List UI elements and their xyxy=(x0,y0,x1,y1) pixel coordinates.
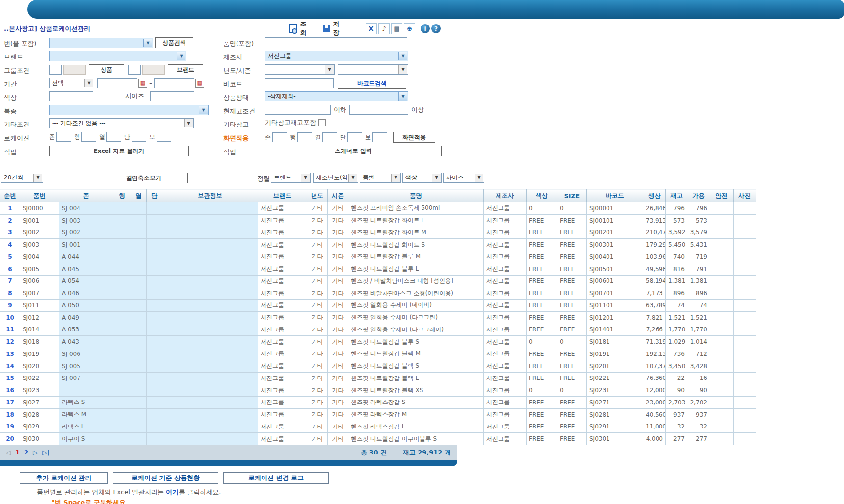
globe-icon[interactable]: ⊕ xyxy=(404,23,415,34)
brand-select[interactable]: ▼ xyxy=(49,51,186,61)
group-product-code-input[interactable] xyxy=(49,65,62,75)
calendar-icon[interactable]: ▦ xyxy=(138,79,147,88)
color-input[interactable] xyxy=(49,91,93,101)
column-header-색상[interactable]: 색상 xyxy=(527,189,557,202)
group-product-button[interactable]: 상품 xyxy=(89,64,124,75)
column-header-존[interactable]: 존 xyxy=(59,189,113,202)
page-last-icon[interactable]: ▷| xyxy=(42,449,50,456)
table-row[interactable]: 14SJ020SJ 005서진그룹기타기타헨즈핏 니트릴장갑 블랙 S서진그룹F… xyxy=(0,360,756,372)
product-name-input[interactable] xyxy=(265,37,407,47)
sort-select-2[interactable]: 제조년도(역순▼ xyxy=(313,173,358,183)
help-icon[interactable]: ? xyxy=(431,24,441,33)
table-row[interactable]: 19SJ029라텍스 L서진그룹기타기타헨즈핏 라텍스장갑 L서진그룹FREEF… xyxy=(0,421,756,433)
period-type-select[interactable]: 선택▼ xyxy=(49,78,94,88)
column-header-사진[interactable]: 사진 xyxy=(734,189,756,202)
table-row[interactable]: 17SJ027라텍스 S서진그룹기타기타헨즈핏 라텍스장갑 S서진그룹FREEF… xyxy=(0,397,756,409)
table-row[interactable]: 8SJ007A 046서진그룹기타기타헨즈핏 비말차단마스크 소형(어린이용)서… xyxy=(0,287,756,300)
column-header-순번[interactable]: 순번 xyxy=(0,189,20,202)
column-header-단[interactable]: 단 xyxy=(147,189,162,202)
size-input[interactable] xyxy=(150,91,194,101)
table-row[interactable]: 15SJ022SJ 007서진그룹기타기타헨즈핏 니트릴장갑 블랙 L서진그룹F… xyxy=(0,372,756,384)
product-search-button[interactable]: 상품검색 xyxy=(155,37,193,48)
period-end-input[interactable] xyxy=(154,78,194,88)
table-row[interactable]: 4SJ003SJ 001서진그룹기타기타헨즈핏 니트릴장갑 화이트 S서진그룹F… xyxy=(0,239,756,251)
item-code-select[interactable]: ▼ xyxy=(49,38,153,48)
table-row[interactable]: 18SJ028라텍스 M서진그룹기타기타헨즈핏 라텍스장갑 M서진그룹FREEF… xyxy=(0,408,756,421)
table-row[interactable]: 7SJ006A 054서진그룹기타기타헨즈핏 / 비말차단마스크 대형 [성인용… xyxy=(0,275,756,287)
column-header-년도[interactable]: 년도 xyxy=(307,189,328,202)
loc-input-열[interactable] xyxy=(106,132,121,142)
column-header-시즌[interactable]: 시즌 xyxy=(328,189,348,202)
season-select[interactable]: ▼ xyxy=(338,64,408,75)
table-row[interactable]: 3SJ002SJ 002서진그룹기타기타헨즈핏 니트릴장갑 화이트 M서진그룹F… xyxy=(0,227,756,239)
table-row[interactable]: 12SJ018A 043서진그룹기타기타헨즈핏 니트릴장갑 블루 S서진그룹00… xyxy=(0,336,756,348)
column-header-품번[interactable]: 품번 xyxy=(20,189,59,202)
sort-select-4[interactable]: 색상▼ xyxy=(402,173,442,183)
other-condition-select[interactable]: --- 기타조건 없음 ---▼ xyxy=(49,118,194,128)
location-log-button[interactable]: 로케이션 변경 로그 xyxy=(223,472,329,484)
category-select[interactable]: ▼ xyxy=(49,105,209,115)
table-row[interactable]: 16SJ023서진그룹기타기타헨즈핏 니트릴장갑 블랙 XS서진그룹00SJ02… xyxy=(0,384,756,397)
column-header-SIZE[interactable]: SIZE xyxy=(557,189,587,202)
table-row[interactable]: 2SJ001SJ 003서진그룹기타기타헨즈핏 니트릴장갑 화이트 L서진그룹F… xyxy=(0,214,756,227)
barcode-input[interactable] xyxy=(265,78,334,88)
save-button[interactable]: 저장 xyxy=(318,23,350,34)
column-header-보관정보[interactable]: 보관정보 xyxy=(162,189,258,202)
add-location-button[interactable]: 추가 로케이션 관리 xyxy=(20,472,108,484)
column-header-행[interactable]: 행 xyxy=(113,189,131,202)
table-row[interactable]: 13SJ019SJ 006서진그룹기타기타헨즈핏 니트릴장갑 블랙 M서진그룹F… xyxy=(0,348,756,360)
here-link[interactable]: 여기 xyxy=(166,488,179,496)
stock-max-input[interactable] xyxy=(265,105,331,115)
maker-select[interactable]: 서진그룹▼ xyxy=(265,51,408,61)
loc-input-단[interactable] xyxy=(347,132,362,142)
loc-input-열[interactable] xyxy=(322,132,337,142)
sort-select-1[interactable]: 브랜드▼ xyxy=(271,173,311,183)
page-prev-icon[interactable]: ◁ xyxy=(6,449,11,456)
period-start-input[interactable] xyxy=(97,78,137,88)
loc-input-행[interactable] xyxy=(297,132,312,142)
apply-to-screen-button[interactable]: 화면적용 xyxy=(393,132,435,143)
include-other-warehouse-checkbox[interactable] xyxy=(318,119,326,126)
table-row[interactable]: 5SJ004A 044서진그룹기타기타헨즈핏 니트릴장갑 블루 M서진그룹FRE… xyxy=(0,251,756,263)
calendar-icon[interactable]: ▦ xyxy=(195,79,204,88)
column-header-바코드[interactable]: 바코드 xyxy=(587,189,643,202)
table-row[interactable]: 10SJ012A 049서진그룹기타기타헨즈핏 일회용 수세미 (다크그린)서진… xyxy=(0,311,756,324)
location-status-button[interactable]: 로케이션 기준 상품현황 xyxy=(113,472,218,484)
column-header-제조사[interactable]: 제조사 xyxy=(484,189,527,202)
product-status-select[interactable]: -삭제제외-▼ xyxy=(265,91,408,101)
barcode-search-button[interactable]: 바코드검색 xyxy=(338,78,406,89)
column-header-안전[interactable]: 안전 xyxy=(710,189,734,202)
column-header-열[interactable]: 열 xyxy=(131,189,147,202)
excel-upload-button[interactable]: Excel 자료 올리기 xyxy=(49,146,189,156)
column-header-재고[interactable]: 재고 xyxy=(666,189,687,202)
page-1[interactable]: 1 xyxy=(15,449,20,456)
group-brand-button[interactable]: 브랜드 xyxy=(168,64,203,75)
sort-select-5[interactable]: 사이즈▼ xyxy=(443,173,484,183)
stock-min-input[interactable] xyxy=(349,105,408,115)
column-header-품명[interactable]: 품명 xyxy=(348,189,484,202)
query-button[interactable]: 조회 xyxy=(284,23,316,34)
page-2[interactable]: 2 xyxy=(24,449,28,456)
excel-icon[interactable]: X xyxy=(366,23,377,34)
table-row[interactable]: 9SJ011A 050서진그룹기타기타헨즈핏 일회용 수세미 (네이비)서진그룹… xyxy=(0,300,756,312)
collapse-columns-button[interactable]: 컬럼축소보기 xyxy=(100,173,188,183)
column-header-브랜드[interactable]: 브랜드 xyxy=(258,189,307,202)
loc-input-존[interactable] xyxy=(56,132,71,142)
loc-input-보[interactable] xyxy=(157,132,171,142)
table-row[interactable]: 20SJ030아쿠아 S서진그룹기타기타헨즈핏 니트릴장갑 아쿠아블루 S서진그… xyxy=(0,433,756,445)
column-header-가용[interactable]: 가용 xyxy=(687,189,710,202)
scanner-input-button[interactable]: 스캐너로 입력 xyxy=(265,146,442,156)
table-row[interactable]: 11SJ014A 053서진그룹기타기타헨즈핏 일회용 수세미 (다크그레이)서… xyxy=(0,324,756,336)
per-page-select[interactable]: 20건씩▼ xyxy=(1,173,43,183)
sort-select-3[interactable]: 품번▼ xyxy=(360,173,401,183)
document-icon[interactable]: ▤ xyxy=(391,23,402,34)
loc-input-존[interactable] xyxy=(272,132,287,142)
year-select[interactable]: ▼ xyxy=(265,64,335,75)
loc-input-단[interactable] xyxy=(132,132,146,142)
table-row[interactable]: 6SJ005A 045서진그룹기타기타헨즈핏 니트릴장갑 블루 L서진그룹FRE… xyxy=(0,263,756,275)
page-next-icon[interactable]: ▷ xyxy=(33,449,38,456)
table-row[interactable]: 1SJ0000SJ 004서진그룹기타기타헨즈핏 프리미엄 손소독제 500ml… xyxy=(0,202,756,215)
loc-input-행[interactable] xyxy=(81,132,96,142)
info-icon[interactable]: i xyxy=(421,24,430,33)
column-header-생산[interactable]: 생산 xyxy=(643,189,666,202)
